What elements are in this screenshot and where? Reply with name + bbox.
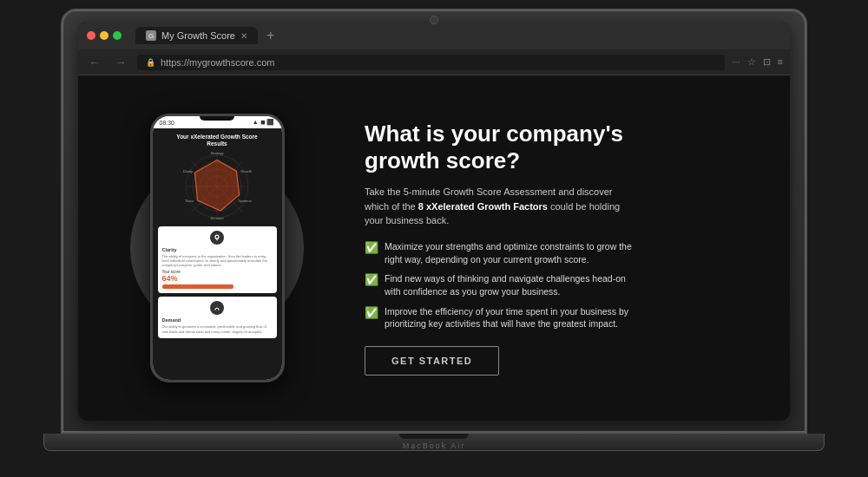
bullet-item-1: ✅ Maximize your strengths and optimize c… (365, 240, 634, 265)
traffic-light-yellow[interactable] (100, 31, 108, 40)
text-section: What is your company's growth score? Tak… (365, 121, 755, 376)
browser-addressbar: ← → 🔒 https://mygrowthscore.com ··· ☆ ⊡ … (78, 49, 790, 75)
site-inner: 08:30 ▲ ◼ ⬛ Your xXelerated Growth Score… (113, 101, 755, 395)
macbook-brand: MacBook Air (403, 441, 466, 450)
phone-screen-title: Your xXelerated Growth Score Results (158, 134, 277, 148)
phone-content: Your xXelerated Growth Score Results (153, 128, 282, 380)
tab-title: My Growth Score (161, 30, 235, 41)
website-content: 08:30 ▲ ◼ ⬛ Your xXelerated Growth Score… (78, 75, 790, 421)
tab-close-button[interactable]: ✕ (240, 31, 247, 41)
traffic-light-green[interactable] (113, 31, 122, 40)
lock-icon: 🔒 (146, 58, 155, 67)
url-text: https://mygrowthscore.com (161, 57, 274, 68)
extensions-icon[interactable]: ⊡ (763, 56, 771, 68)
forward-button[interactable]: → (111, 54, 130, 71)
bookmark-icon[interactable]: ☆ (747, 56, 756, 68)
check-icon-2: ✅ (365, 272, 378, 288)
bullet-list: ✅ Maximize your strengths and optimize c… (365, 240, 755, 330)
sub-text: Take the 5-minute Growth Score Assessmen… (365, 185, 625, 228)
browser-frame: G My Growth Score ✕ + ← → 🔒 https://mygr… (78, 22, 790, 421)
traffic-light-red[interactable] (87, 31, 95, 40)
address-bar[interactable]: 🔒 https://mygrowthscore.com (137, 55, 725, 70)
check-icon-3: ✅ (365, 305, 378, 321)
macbook-notch (399, 434, 469, 439)
svg-text:Clarity: Clarity (183, 169, 193, 173)
clarity-text: The ability of everyone in the organizat… (162, 254, 273, 268)
svg-text:Growth: Growth (240, 169, 252, 173)
demand-card: Demand Our ability to generate a consist… (158, 297, 277, 337)
browser-tab[interactable]: G My Growth Score ✕ (135, 27, 258, 44)
phone-time: 08:30 (160, 120, 175, 126)
demand-text: Our ability to generate a consistent, pr… (162, 324, 273, 333)
main-heading: What is your company's growth score? (365, 121, 755, 174)
phone-mockup: 08:30 ▲ ◼ ⬛ Your xXelerated Growth Score… (150, 114, 285, 382)
bullet-text-1: Maximize your strengths and optimize con… (385, 240, 634, 265)
bullet-item-2: ✅ Find new ways of thinking and navigate… (365, 272, 634, 297)
get-started-button[interactable]: GET STARTED (365, 346, 499, 376)
macbook-frame: G My Growth Score ✕ + ← → 🔒 https://mygr… (35, 9, 833, 468)
demand-title: Demand (162, 317, 273, 323)
clarity-icon (210, 231, 224, 245)
clarity-title: Clarity (162, 247, 273, 252)
traffic-lights (87, 31, 122, 40)
svg-text:Team: Team (185, 198, 194, 202)
svg-point-15 (215, 235, 219, 238)
score-bar (162, 284, 234, 289)
svg-text:Demand: Demand (210, 216, 223, 220)
browser-menu-icons: ··· ☆ ⊡ ≡ (732, 56, 783, 68)
back-button[interactable]: ← (85, 54, 104, 71)
svg-text:Strategy: Strategy (211, 152, 224, 155)
phone-notch (200, 116, 234, 121)
check-icon-1: ✅ (365, 240, 378, 256)
macbook-base: MacBook Air (43, 434, 825, 451)
phone-signal: ▲ ◼ ⬛ (253, 119, 275, 126)
macbook-lid: G My Growth Score ✕ + ← → 🔒 https://mygr… (61, 9, 807, 434)
bullet-item-3: ✅ Improve the efficiency of your time sp… (365, 305, 634, 330)
svg-text:Systems: Systems (238, 198, 251, 202)
phone-section: 08:30 ▲ ◼ ⬛ Your xXelerated Growth Score… (113, 101, 321, 395)
score-value: 64% (162, 274, 273, 283)
menu-dots-icon[interactable]: ··· (732, 56, 740, 68)
browser-titlebar: G My Growth Score ✕ + (78, 22, 790, 49)
demand-icon (210, 301, 224, 315)
tab-favicon: G (146, 30, 156, 41)
clarity-card: Clarity The ability of everyone in the o… (158, 226, 277, 294)
menu-lines-icon[interactable]: ≡ (778, 56, 783, 68)
phone-screen: 08:30 ▲ ◼ ⬛ Your xXelerated Growth Score… (153, 116, 282, 380)
bullet-text-3: Improve the efficiency of your time spen… (385, 305, 634, 330)
bullet-text-2: Find new ways of thinking and navigate c… (385, 272, 634, 297)
radar-chart: Strategy Growth Systems Demand Team Clar… (182, 152, 252, 221)
new-tab-button[interactable]: + (266, 28, 274, 43)
